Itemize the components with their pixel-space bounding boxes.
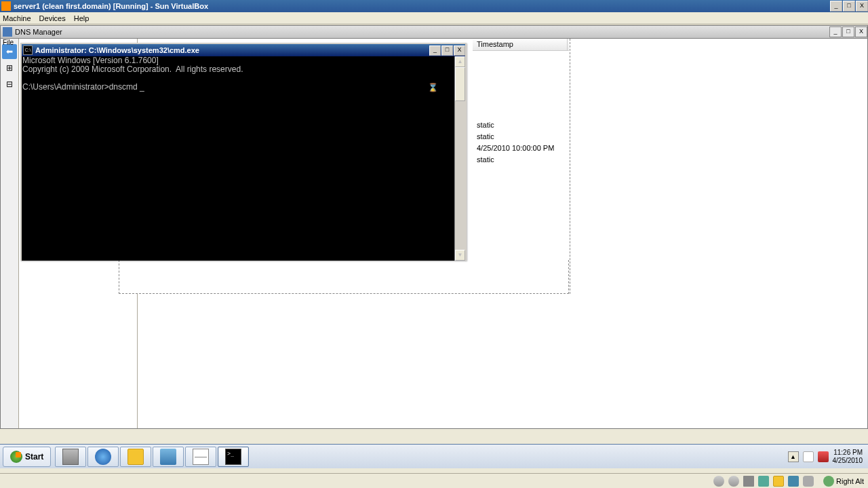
cmd-close-button[interactable]: X bbox=[454, 45, 465, 56]
virtualbox-statusbar: Right Alt bbox=[0, 473, 868, 488]
tray-date: 4/25/2010 bbox=[833, 457, 863, 465]
dns-menu-file[interactable]: File bbox=[1, 39, 18, 43]
mmc-icon bbox=[193, 449, 209, 465]
guest-taskbar: Start ▲ 11:26 PM 4/25/2010 bbox=[0, 444, 868, 468]
hostkey-label: Right Alt bbox=[836, 477, 864, 485]
scroll-up-arrow[interactable]: ▲ bbox=[455, 56, 465, 67]
system-tray: ▲ 11:26 PM 4/25/2010 bbox=[788, 449, 866, 465]
cmd-minimize-button[interactable]: _ bbox=[429, 45, 441, 56]
vbox-minimize-button[interactable]: _ bbox=[830, 1, 842, 12]
dns-minimize-button[interactable]: _ bbox=[829, 26, 842, 37]
server-manager-icon bbox=[62, 449, 79, 465]
dns-record-row[interactable]: static bbox=[473, 132, 569, 143]
windows-orb-icon bbox=[10, 451, 22, 463]
dns-record-row[interactable]: 4/25/2010 10:00:00 PM bbox=[473, 143, 569, 155]
cmd-titlebar[interactable]: C:\ Administrator: C:\Windows\system32\c… bbox=[22, 44, 465, 56]
vbox-menu-devices[interactable]: Devices bbox=[39, 14, 66, 22]
tray-clock[interactable]: 11:26 PM 4/25/2010 bbox=[833, 449, 863, 465]
vbox-menu-help[interactable]: Help bbox=[74, 14, 90, 22]
taskbar-item-explorer[interactable] bbox=[120, 447, 151, 467]
start-label: Start bbox=[25, 452, 43, 462]
tray-security-icon[interactable] bbox=[818, 451, 829, 462]
cmd-taskbar-icon bbox=[225, 449, 241, 465]
vbox-menu-machine[interactable]: Machine bbox=[3, 14, 31, 22]
tray-time: 11:26 PM bbox=[833, 449, 863, 457]
dns-maximize-button[interactable]: □ bbox=[842, 26, 854, 37]
cmd-body[interactable]: Microsoft Windows [Version 6.1.7600] Cop… bbox=[22, 56, 465, 261]
tree-collapse-icon[interactable]: ⊟ bbox=[2, 77, 17, 92]
scroll-down-arrow[interactable]: ▼ bbox=[455, 250, 465, 261]
vbox-close-button[interactable]: X bbox=[856, 1, 868, 12]
vbox-display-icon[interactable] bbox=[788, 476, 799, 487]
dns-records-list: static static 4/25/2010 10:00:00 PM stat… bbox=[473, 51, 569, 166]
tray-action-center-icon[interactable] bbox=[803, 451, 814, 462]
taskbar-item-server[interactable] bbox=[55, 447, 86, 467]
cmd-icon: C:\ bbox=[23, 45, 33, 55]
dns-record-row[interactable]: static bbox=[473, 155, 569, 166]
dns-manager-icon bbox=[3, 27, 12, 37]
virtualbox-icon bbox=[1, 1, 11, 11]
taskbar-item-network[interactable] bbox=[153, 447, 184, 467]
scroll-thumb[interactable] bbox=[455, 67, 465, 101]
back-button[interactable]: ⬅ bbox=[2, 44, 17, 59]
vbox-usb-icon[interactable] bbox=[743, 476, 754, 487]
tree-expand-icon[interactable]: ⊞ bbox=[2, 60, 17, 75]
taskbar-item-dns[interactable] bbox=[185, 447, 216, 467]
hostkey-icon bbox=[823, 476, 834, 487]
network-icon bbox=[160, 449, 176, 465]
taskbar-item-cmd[interactable] bbox=[218, 447, 249, 467]
dns-toolbar: File ⬅ ⊞ ⊟ bbox=[1, 39, 19, 428]
vbox-mouse-icon[interactable] bbox=[803, 476, 814, 487]
vbox-hostkey[interactable]: Right Alt bbox=[823, 476, 864, 487]
vbox-maximize-button[interactable]: □ bbox=[843, 1, 855, 12]
vbox-hdd-icon[interactable] bbox=[713, 476, 724, 487]
explorer-icon bbox=[127, 449, 144, 465]
internet-explorer-icon bbox=[95, 449, 111, 465]
cmd-output: Microsoft Windows [Version 6.1.7600] Cop… bbox=[22, 56, 454, 261]
dns-titlebar[interactable]: DNS Manager _ □ X bbox=[0, 25, 868, 39]
virtualbox-title: server1 (clean first.domain) [Running] -… bbox=[14, 2, 829, 10]
vbox-cd-icon[interactable] bbox=[728, 476, 739, 487]
cmd-title: Administrator: C:\Windows\system32\cmd.e… bbox=[35, 46, 429, 54]
wait-cursor-icon: ⌛ bbox=[428, 83, 438, 92]
taskbar-item-ie[interactable] bbox=[87, 447, 119, 467]
column-header-timestamp[interactable]: Timestamp bbox=[473, 39, 568, 50]
dns-record-row[interactable]: static bbox=[473, 120, 569, 132]
dns-close-button[interactable]: X bbox=[855, 26, 867, 37]
cmd-window[interactable]: C:\ Administrator: C:\Windows\system32\c… bbox=[20, 43, 467, 261]
cmd-maximize-button[interactable]: □ bbox=[441, 45, 453, 56]
virtualbox-titlebar[interactable]: server1 (clean first.domain) [Running] -… bbox=[0, 0, 868, 12]
dns-title: DNS Manager bbox=[15, 28, 829, 36]
virtualbox-menubar: Machine Devices Help bbox=[0, 12, 868, 24]
dns-column-header-row: Timestamp bbox=[473, 39, 569, 51]
start-button[interactable]: Start bbox=[3, 447, 51, 467]
tray-show-hidden-icon[interactable]: ▲ bbox=[788, 451, 799, 462]
vbox-network-icon[interactable] bbox=[758, 476, 769, 487]
cmd-scrollbar[interactable]: ▲ ▼ bbox=[454, 56, 465, 261]
vbox-shared-folders-icon[interactable] bbox=[773, 476, 784, 487]
